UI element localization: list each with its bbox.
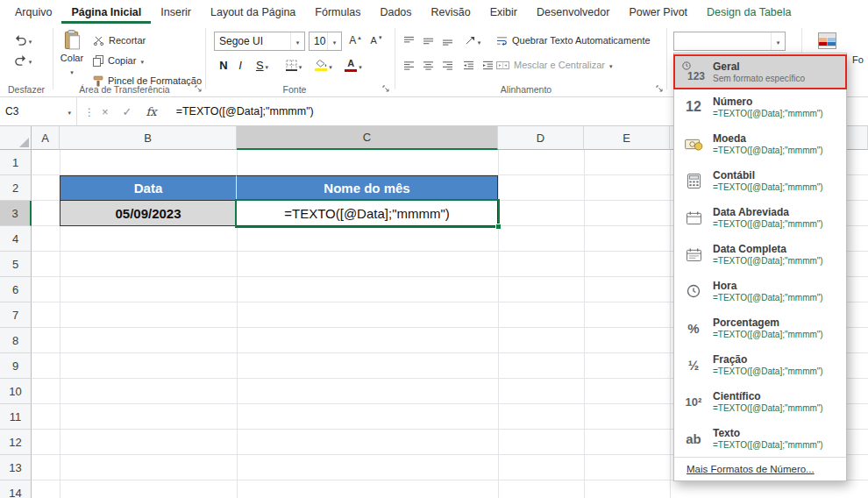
chevron-down-icon[interactable]: [329, 57, 332, 73]
font-color-button[interactable]: A: [340, 56, 366, 74]
cell-b3-date[interactable]: 05/09/2023: [60, 201, 237, 226]
tab-power-pivot[interactable]: Power Pivot: [619, 0, 697, 24]
menu-item-data-completa[interactable]: Data Completa =TEXTO([@Data];"mmmm"): [674, 236, 846, 273]
name-box[interactable]: C3: [0, 97, 77, 125]
align-center-button[interactable]: [419, 56, 437, 74]
column-header-c[interactable]: C: [237, 126, 498, 150]
row-header-4[interactable]: 4: [0, 226, 32, 252]
tab-layout-da-pagina[interactable]: Layout da Página: [201, 0, 305, 24]
column-header-b[interactable]: B: [60, 126, 237, 150]
menu-item-hora[interactable]: Hora =TEXTO([@Data];"mmmm"): [674, 273, 846, 309]
number-format-combobox[interactable]: [673, 32, 786, 51]
menu-item-moeda[interactable]: Moeda =TEXTO([@Data];"mmmm"): [674, 125, 846, 162]
orientation-button[interactable]: [459, 32, 486, 49]
row-header-14[interactable]: 14: [0, 480, 32, 498]
alignment-dialog-launcher[interactable]: [656, 85, 664, 93]
tab-desenvolvedor[interactable]: Desenvolvedor: [527, 0, 619, 24]
menu-item-numero[interactable]: 12 Número =TEXTO([@Data];"mmmm"): [674, 89, 846, 125]
cancel-icon[interactable]: ×: [102, 105, 109, 118]
fill-color-button[interactable]: [310, 56, 337, 74]
menu-item-fracao[interactable]: ½ Fração =TEXTO([@Data];"mmmm"): [674, 346, 846, 383]
increase-font-size-button[interactable]: A ▴: [345, 32, 365, 49]
fill-handle[interactable]: [495, 224, 502, 230]
align-middle-button[interactable]: [419, 32, 437, 49]
menu-item-text: Geral Sem formato específico: [713, 60, 846, 83]
row-header-5[interactable]: 5: [0, 252, 32, 277]
clipboard-dialog-launcher[interactable]: [195, 85, 203, 93]
group-separator: [666, 28, 667, 89]
bold-button[interactable]: N: [216, 56, 231, 74]
formula-input[interactable]: =TEXTO([@Data];"mmmm"): [176, 105, 314, 117]
paste-button[interactable]: Colar: [54, 30, 89, 76]
align-right-button[interactable]: [438, 56, 456, 74]
menu-item-geral[interactable]: 123 Geral Sem formato específico: [674, 55, 846, 89]
column-header-e[interactable]: E: [584, 126, 670, 150]
menu-item-data-abreviada[interactable]: Data Abreviada =TEXTO([@Data];"mmmm"): [674, 199, 846, 236]
align-bottom-button[interactable]: [438, 32, 456, 49]
row-header-12[interactable]: 12: [0, 430, 32, 455]
redo-button[interactable]: [9, 51, 37, 68]
formula-bar-handle[interactable]: [84, 103, 95, 119]
row-header-8[interactable]: 8: [0, 328, 32, 353]
merge-center-button[interactable]: Mesclar e Centralizar: [496, 56, 612, 74]
insert-function-icon[interactable]: fx: [146, 105, 157, 118]
row-header-13[interactable]: 13: [0, 455, 32, 480]
font-dialog-launcher[interactable]: [382, 85, 390, 93]
row-header-2[interactable]: 2: [0, 175, 32, 201]
format-as-table-button[interactable]: [815, 32, 838, 49]
align-top-button[interactable]: [400, 32, 417, 49]
select-all-corner[interactable]: [0, 126, 32, 150]
italic-button[interactable]: I: [233, 56, 247, 74]
underline-button[interactable]: S: [249, 56, 275, 74]
tab-arquivo[interactable]: Arquivo: [5, 0, 61, 24]
wrap-text-button[interactable]: Quebrar Texto Automaticamente: [496, 32, 651, 49]
enter-icon[interactable]: ✓: [123, 105, 132, 118]
row-header-6[interactable]: 6: [0, 277, 32, 302]
chevron-down-icon[interactable]: [478, 32, 481, 48]
chevron-down-icon[interactable]: [609, 60, 613, 70]
chevron-down-icon[interactable]: [359, 57, 362, 73]
chevron-down-icon[interactable]: [68, 105, 71, 117]
chevron-down-icon[interactable]: [70, 66, 74, 76]
row-header-10[interactable]: 10: [0, 379, 32, 404]
row-header-9[interactable]: 9: [0, 353, 32, 379]
chevron-down-icon[interactable]: [771, 32, 785, 50]
chevron-down-icon[interactable]: [140, 55, 144, 66]
tab-inserir[interactable]: Inserir: [151, 0, 201, 24]
cell-c2-table-header[interactable]: Nome do mês: [237, 175, 498, 201]
tab-formulas[interactable]: Fórmulas: [305, 0, 370, 24]
column-header-a[interactable]: A: [32, 126, 60, 150]
row-header-1[interactable]: 1: [0, 150, 32, 175]
menu-item-contabil[interactable]: Contábil =TEXTO([@Data];"mmmm"): [674, 162, 846, 199]
chevron-down-icon[interactable]: [290, 32, 304, 50]
tab-pagina-inicial[interactable]: Página Inicial: [61, 0, 151, 24]
decrease-font-size-button[interactable]: A ▾: [366, 32, 386, 49]
copy-button[interactable]: Copiar: [93, 52, 144, 69]
column-header-d[interactable]: D: [498, 126, 584, 150]
borders-button[interactable]: [281, 56, 307, 74]
row-header-3[interactable]: 3: [0, 201, 32, 226]
increase-indent-button[interactable]: [479, 56, 496, 74]
tab-dados[interactable]: Dados: [370, 0, 421, 24]
row-header-11[interactable]: 11: [0, 404, 32, 430]
font-family-combobox[interactable]: Segoe UI: [214, 32, 305, 51]
row-header-7[interactable]: 7: [0, 302, 32, 328]
cut-button[interactable]: Recortar: [93, 32, 146, 49]
more-number-formats[interactable]: Mais Formatos de Número...: [674, 457, 846, 480]
chevron-down-icon[interactable]: [266, 59, 269, 72]
chevron-down-icon[interactable]: [299, 57, 302, 73]
menu-item-cientifico[interactable]: 10² Científico =TEXTO([@Data];"mmmm"): [674, 383, 846, 420]
menu-item-texto[interactable]: ab Texto =TEXTO([@Data];"mmmm"): [674, 420, 846, 457]
chevron-down-icon[interactable]: [29, 32, 32, 47]
undo-button[interactable]: [9, 31, 37, 48]
tab-exibir[interactable]: Exibir: [480, 0, 527, 24]
decrease-indent-button[interactable]: [459, 56, 477, 74]
font-size-combobox[interactable]: 10: [309, 32, 342, 51]
tab-design-da-tabela[interactable]: Design da Tabela: [697, 0, 800, 24]
chevron-down-icon[interactable]: [29, 52, 32, 68]
menu-item-porcentagem[interactable]: % Porcentagem =TEXTO([@Data];"mmmm"): [674, 309, 846, 346]
chevron-down-icon[interactable]: [327, 32, 341, 50]
cell-b2-table-header[interactable]: Data: [60, 175, 237, 201]
align-left-button[interactable]: [400, 56, 417, 74]
tab-revisao[interactable]: Revisão: [422, 0, 480, 24]
